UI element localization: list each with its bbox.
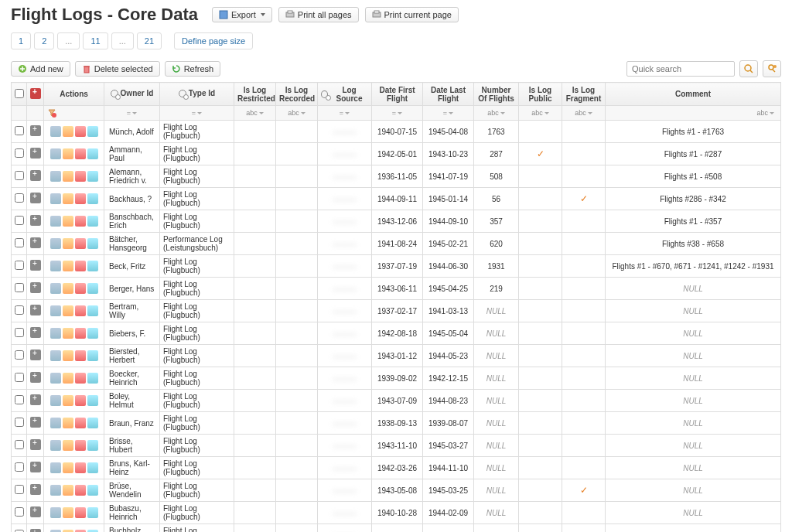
view-icon[interactable] [50, 171, 61, 182]
delete-icon[interactable] [75, 283, 86, 294]
filter-dff[interactable]: = [372, 106, 423, 121]
filter-restricted[interactable]: abc [234, 106, 276, 121]
view-icon[interactable] [50, 507, 61, 518]
filter-recorded[interactable]: abc [276, 106, 318, 121]
delete-selected-button[interactable]: Delete selected [75, 61, 160, 77]
edit-icon[interactable] [63, 507, 73, 518]
copy-icon[interactable] [87, 305, 98, 316]
delete-icon[interactable] [75, 261, 86, 271]
row-checkbox[interactable] [15, 373, 24, 382]
edit-icon[interactable] [63, 328, 73, 339]
row-checkbox[interactable] [15, 395, 24, 404]
recorded-header[interactable]: Is Log Recorded [276, 83, 318, 106]
view-icon[interactable] [50, 350, 61, 361]
expand-row-icon[interactable] [30, 193, 41, 203]
public-header[interactable]: Is Log Public [519, 83, 562, 106]
copy-icon[interactable] [87, 193, 98, 204]
view-icon[interactable] [50, 373, 61, 384]
filter-clear-icon[interactable] [47, 108, 56, 118]
copy-icon[interactable] [87, 462, 98, 473]
row-checkbox[interactable] [15, 193, 24, 203]
view-icon[interactable] [50, 126, 61, 137]
expand-row-icon[interactable] [30, 305, 41, 315]
delete-icon[interactable] [75, 418, 86, 428]
filter-nf[interactable]: abc [474, 106, 519, 121]
page-btn-1[interactable]: 1 [11, 32, 31, 49]
filter-type[interactable]: = [160, 106, 234, 121]
view-icon[interactable] [50, 238, 61, 249]
expand-row-icon[interactable] [30, 282, 41, 293]
edit-icon[interactable] [63, 171, 73, 182]
row-checkbox[interactable] [15, 283, 24, 292]
row-checkbox[interactable] [15, 328, 24, 337]
expand-row-icon[interactable] [30, 484, 41, 495]
edit-icon[interactable] [63, 283, 73, 294]
edit-icon[interactable] [63, 485, 73, 496]
restricted-header[interactable]: Is Log Restricted [234, 83, 276, 106]
delete-icon[interactable] [75, 193, 86, 204]
expand-row-icon[interactable] [30, 327, 41, 338]
view-icon[interactable] [50, 261, 61, 271]
copy-icon[interactable] [87, 373, 98, 384]
expand-row-icon[interactable] [30, 506, 41, 517]
refresh-button[interactable]: Refresh [165, 61, 221, 77]
delete-icon[interactable] [75, 462, 86, 473]
copy-icon[interactable] [87, 148, 98, 159]
row-checkbox[interactable] [15, 216, 24, 225]
edit-icon[interactable] [63, 261, 73, 271]
view-icon[interactable] [50, 305, 61, 316]
row-checkbox[interactable] [15, 148, 24, 158]
filter-source[interactable]: = [318, 106, 372, 121]
expand-row-icon[interactable] [30, 439, 41, 450]
page-btn-11[interactable]: 11 [83, 32, 108, 49]
copy-icon[interactable] [87, 418, 98, 428]
comment-header[interactable]: Comment [606, 83, 781, 106]
source-header[interactable]: Log Source [318, 83, 372, 106]
edit-icon[interactable] [63, 193, 73, 204]
delete-icon[interactable] [75, 238, 86, 249]
expand-row-icon[interactable] [30, 215, 41, 226]
delete-icon[interactable] [75, 373, 86, 384]
row-checkbox[interactable] [15, 126, 24, 135]
expand-row-icon[interactable] [30, 529, 41, 532]
expand-row-icon[interactable] [30, 170, 41, 181]
expand-row-icon[interactable] [30, 237, 41, 248]
delete-icon[interactable] [75, 350, 86, 361]
define-page-size-button[interactable]: Define page size [174, 32, 253, 49]
print-all-button[interactable]: Print all pages [278, 7, 359, 22]
quick-search-input[interactable] [626, 61, 735, 77]
edit-icon[interactable] [63, 418, 73, 428]
copy-icon[interactable] [87, 261, 98, 271]
export-button[interactable]: Export [212, 7, 272, 22]
page-btn-21[interactable]: 21 [137, 32, 162, 49]
row-checkbox[interactable] [15, 440, 24, 449]
row-checkbox[interactable] [15, 238, 24, 247]
row-checkbox[interactable] [15, 418, 24, 427]
page-btn-2[interactable]: 2 [34, 32, 54, 49]
view-icon[interactable] [50, 328, 61, 339]
copy-icon[interactable] [87, 395, 98, 406]
edit-icon[interactable] [63, 148, 73, 159]
edit-icon[interactable] [63, 350, 73, 361]
edit-icon[interactable] [63, 126, 73, 137]
copy-icon[interactable] [87, 507, 98, 518]
delete-icon[interactable] [75, 395, 86, 406]
print-current-button[interactable]: Print current page [365, 7, 459, 22]
view-icon[interactable] [50, 485, 61, 496]
filter-frag[interactable]: abc [562, 106, 606, 121]
expand-row-icon[interactable] [30, 462, 41, 472]
delete-icon[interactable] [75, 305, 86, 316]
view-icon[interactable] [50, 395, 61, 406]
view-icon[interactable] [50, 418, 61, 428]
view-icon[interactable] [50, 216, 61, 227]
copy-icon[interactable] [87, 440, 98, 451]
row-checkbox[interactable] [15, 485, 24, 494]
type-header[interactable]: Type Id [160, 83, 234, 106]
row-checkbox[interactable] [15, 462, 24, 472]
expand-row-icon[interactable] [30, 350, 41, 360]
row-checkbox[interactable] [15, 350, 24, 360]
delete-icon[interactable] [75, 440, 86, 451]
filter-comment[interactable]: abc [606, 106, 781, 121]
edit-icon[interactable] [63, 462, 73, 473]
delete-icon[interactable] [75, 216, 86, 227]
